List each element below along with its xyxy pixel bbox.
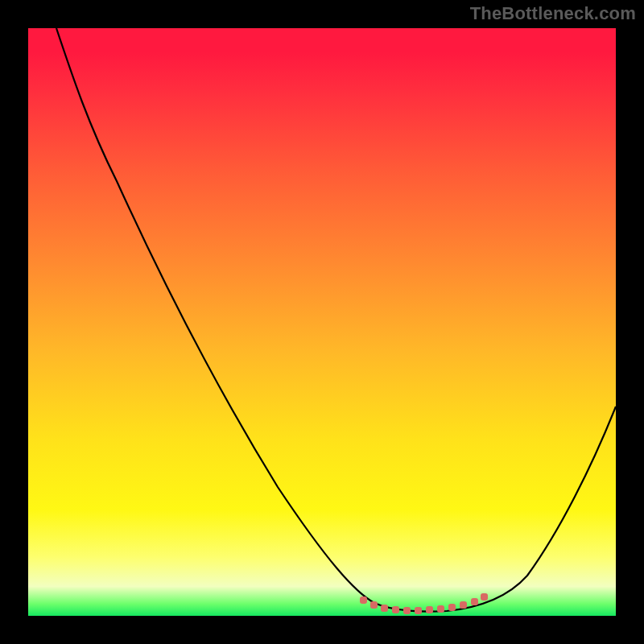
curve-path	[56, 28, 616, 612]
chart-frame: TheBottleneck.com	[0, 0, 644, 644]
bottleneck-curve	[28, 28, 616, 616]
watermark-text: TheBottleneck.com	[470, 3, 636, 24]
plot-area	[28, 28, 616, 616]
